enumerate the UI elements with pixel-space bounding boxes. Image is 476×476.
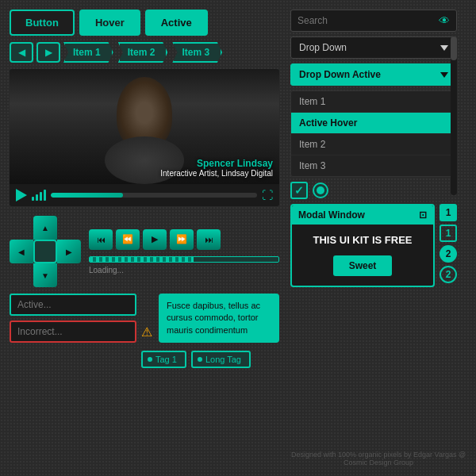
- vol-bar-1: [32, 197, 34, 201]
- modal-body: THIS UI KIT IS FREE Sweet: [292, 225, 433, 286]
- play-button[interactable]: ▶: [143, 229, 167, 250]
- vol-bar-3: [40, 192, 42, 201]
- media-right-controls: ⏮ ⏪ ▶ ⏩ ⏭ Loading...: [89, 229, 279, 274]
- video-controls-bar: ⛶: [10, 184, 279, 206]
- nav-forward[interactable]: ▶: [36, 42, 60, 63]
- radio-filled[interactable]: [313, 182, 328, 198]
- media-controls-row: ▲ ◀ ▶ ▼ ⏮ ⏪ ▶ ⏩ ⏭ Loading...: [10, 213, 279, 287]
- badges-stack: 1 1 2 2: [440, 204, 457, 287]
- dpad-up[interactable]: ▲: [33, 216, 57, 240]
- volume-bars: [32, 190, 46, 201]
- dropdown-list: Item 1 Active Hover Item 2 Item 3: [290, 90, 457, 177]
- dropdown-1[interactable]: Drop Down: [290, 36, 457, 59]
- fullscreen-button[interactable]: ⛶: [262, 189, 273, 202]
- tag-1[interactable]: Tag 1: [141, 351, 186, 368]
- search-box: 👁: [290, 10, 457, 32]
- video-progress-bar[interactable]: [51, 193, 257, 198]
- footer-text: Designed with 100% organic pixels by Edg…: [290, 449, 466, 466]
- modal-title: Modal Window: [298, 209, 365, 221]
- loading-text: Loading...: [89, 266, 279, 274]
- nav-row: ◀ ▶ Item 1 Item 2 Item 3: [10, 42, 279, 63]
- dpad-center[interactable]: [33, 240, 57, 263]
- dpad-right[interactable]: ▶: [57, 240, 81, 263]
- checkbox-checked[interactable]: [290, 182, 308, 199]
- bottom-inputs-section: ⚠ Fusce dapibus, tellus ac cursus commod…: [10, 294, 279, 343]
- video-thumbnail: Spencer Lindsay Interactive Artist, Lind…: [10, 69, 279, 184]
- person-title: Interactive Artist, Lindsay Digital: [160, 169, 273, 178]
- badge-sq-outline: 1: [440, 225, 457, 242]
- incorrect-input[interactable]: [10, 321, 136, 343]
- tag-dot-1: [148, 357, 152, 362]
- scrollbar-track[interactable]: [451, 36, 457, 195]
- media-buttons: ⏮ ⏪ ▶ ⏩ ⏭: [89, 229, 279, 250]
- badge-circle-teal: 2: [440, 245, 457, 263]
- dropdown-1-label: Drop Down: [299, 42, 347, 53]
- dpad-down[interactable]: ▼: [33, 263, 57, 287]
- button-default[interactable]: Button: [10, 10, 75, 36]
- modal-header: Modal Window ⊡: [292, 205, 433, 225]
- skip-prev-button[interactable]: ⏮: [89, 229, 113, 250]
- person-name: Spencer Lindsay: [160, 158, 273, 169]
- skipnext-button[interactable]: ⏭: [197, 229, 221, 250]
- loading-bar: [89, 256, 279, 263]
- active-input[interactable]: [10, 294, 136, 316]
- dd-item-3[interactable]: Item 2: [291, 134, 456, 155]
- dropdown-1-arrow: [440, 45, 448, 51]
- badge-sq-teal: 1: [440, 204, 457, 221]
- breadcrumb-item-3[interactable]: Item 3: [172, 42, 222, 63]
- dropdown-2[interactable]: Drop Down Active: [290, 63, 457, 86]
- vol-bar-4: [44, 190, 46, 201]
- dpad: ▲ ◀ ▶ ▼: [10, 216, 81, 287]
- search-input[interactable]: [298, 15, 434, 26]
- breadcrumb-item-2[interactable]: Item 2: [118, 42, 168, 63]
- dpad-left[interactable]: ◀: [10, 240, 33, 263]
- nav-back[interactable]: ◀: [10, 42, 33, 63]
- vol-bar-2: [36, 194, 38, 201]
- video-player: Spencer Lindsay Interactive Artist, Lind…: [10, 69, 279, 206]
- button-hover[interactable]: Hover: [79, 10, 140, 36]
- breadcrumb-item-1[interactable]: Item 1: [63, 42, 113, 63]
- dd-item-2-active[interactable]: Active Hover: [291, 113, 456, 134]
- tags-row: Tag 1 Long Tag: [10, 351, 279, 368]
- dropdown-2-arrow: [440, 72, 448, 78]
- modal-badges-row: Modal Window ⊡ THIS UI KIT IS FREE Sweet…: [290, 204, 457, 287]
- sweet-button[interactable]: Sweet: [333, 255, 393, 276]
- tag-1-label: Tag 1: [155, 355, 177, 364]
- buttons-row: Button Hover Active: [10, 10, 279, 36]
- tag-2-label: Long Tag: [205, 355, 241, 364]
- loading-bar-fill: [90, 257, 194, 262]
- tag-2[interactable]: Long Tag: [191, 351, 251, 368]
- right-inner: 👁 Drop Down Drop Down Active: [290, 10, 466, 444]
- video-progress-fill: [51, 193, 123, 198]
- right-column: 👁 Drop Down Drop Down Active: [286, 10, 466, 466]
- checkbox-radio-row: [290, 182, 457, 199]
- modal-window: Modal Window ⊡ THIS UI KIT IS FREE Sweet: [290, 204, 435, 287]
- tag-dot-2: [198, 357, 202, 362]
- dropdown-2-label: Drop Down Active: [299, 69, 381, 80]
- video-play-button[interactable]: [16, 189, 27, 202]
- dd-item-4[interactable]: Item 3: [291, 155, 456, 176]
- button-active[interactable]: Active: [145, 10, 208, 36]
- eye-icon[interactable]: 👁: [439, 14, 450, 27]
- incorrect-input-row: ⚠: [10, 321, 152, 343]
- modal-body-text: THIS UI KIT IS FREE: [298, 234, 427, 246]
- modal-resize-icon[interactable]: ⊡: [419, 209, 427, 221]
- tooltip-box: Fusce dapibus, tellus ac cursus commodo,…: [159, 294, 279, 343]
- warning-icon: ⚠: [141, 324, 152, 340]
- dd-item-1[interactable]: Item 1: [291, 91, 456, 113]
- rewind-button[interactable]: ⏪: [116, 229, 140, 250]
- fastfwd-button[interactable]: ⏩: [170, 229, 194, 250]
- video-caption: Spencer Lindsay Interactive Artist, Lind…: [160, 158, 273, 178]
- badge-circle-outline: 2: [440, 266, 457, 283]
- scrollbar-thumb[interactable]: [451, 36, 457, 60]
- input-fields: ⚠: [10, 294, 152, 343]
